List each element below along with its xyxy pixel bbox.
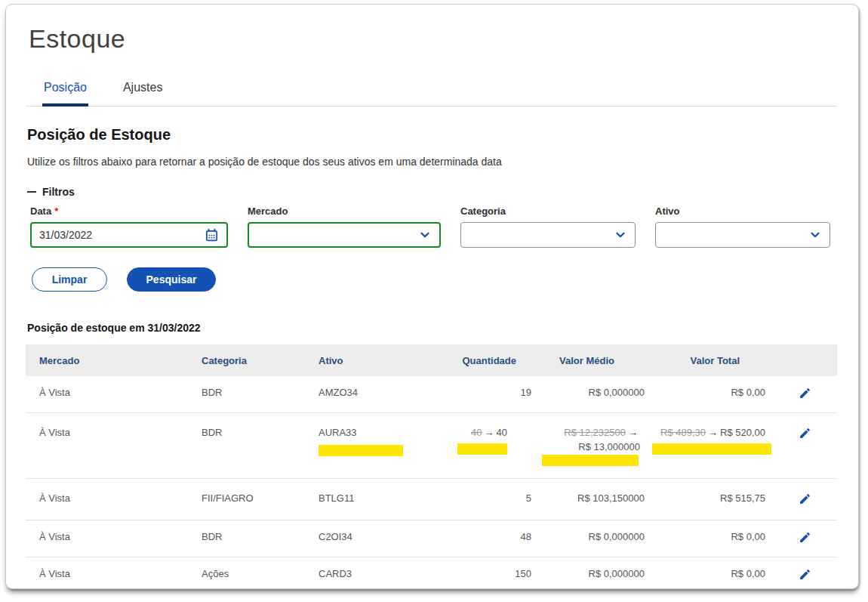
clear-button[interactable]: Limpar xyxy=(32,267,107,292)
highlight-bar xyxy=(652,443,771,455)
old-value: R$ 12,232500 xyxy=(564,427,626,438)
cell-valor-medio: R$ 0,000000 xyxy=(539,520,652,557)
cell-quantidade: 40→40 xyxy=(448,413,539,479)
tab-posicao-label: Posição xyxy=(44,81,87,94)
ativo-select[interactable] xyxy=(655,222,830,248)
col-header-mercado: Mercado xyxy=(26,344,188,376)
mercado-field-label: Mercado xyxy=(248,205,441,217)
cell-valor-medio: R$ 12,232500→ R$ 13,000000 xyxy=(539,413,652,479)
new-value: 40 xyxy=(497,427,507,438)
date-input-wrapper xyxy=(30,222,228,248)
ativo-field-label: Ativo xyxy=(655,205,830,217)
filter-actions: Limpar Pesquisar xyxy=(32,267,837,292)
filter-row: Data* Mercado Categoria Ativo xyxy=(30,205,837,248)
edit-pencil-icon[interactable] xyxy=(799,387,811,402)
cell-quantidade: 19 xyxy=(448,376,539,413)
cell-valor-medio: R$ 0,000000 xyxy=(539,376,652,413)
edit-pencil-icon[interactable] xyxy=(799,492,811,508)
section-title: Posição de Estoque xyxy=(27,126,837,144)
cell-mercado: À Vista xyxy=(26,520,188,557)
old-value: 40 xyxy=(471,427,482,438)
table-title: Posição de estoque em 31/03/2022 xyxy=(27,322,837,334)
edit-pencil-icon[interactable] xyxy=(799,568,811,583)
chevron-down-icon xyxy=(418,228,432,242)
table-header-row: Mercado Categoria Ativo Quantidade Valor… xyxy=(26,344,837,376)
cell-quantidade: 48 xyxy=(448,520,539,557)
cell-mercado: À Vista xyxy=(26,413,188,479)
table-row: À Vista BDR C2OI34 48 R$ 0,000000 R$ 0,0… xyxy=(26,520,837,557)
search-button[interactable]: Pesquisar xyxy=(127,267,216,292)
col-header-valor-total: Valor Total xyxy=(652,344,773,376)
cell-valor-medio: R$ 0,000000 xyxy=(539,557,652,590)
col-header-valor-medio: Valor Médio xyxy=(539,344,652,376)
cell-valor-total: R$ 0,00 xyxy=(652,520,773,557)
tab-bar: Posição Ajustes xyxy=(26,76,837,107)
new-value: R$ 520,00 xyxy=(720,427,765,438)
new-value: R$ 13,000000 xyxy=(539,441,640,452)
col-header-categoria: Categoria xyxy=(188,344,305,376)
edit-pencil-icon[interactable] xyxy=(799,427,811,442)
highlight-bar xyxy=(542,455,639,466)
cell-mercado: À Vista xyxy=(26,557,188,590)
change-arrow: → xyxy=(626,427,640,438)
tab-ajustes[interactable]: Ajustes xyxy=(122,76,164,106)
cell-quantidade: 5 xyxy=(448,479,539,520)
cell-valor-total: R$ 489,30→R$ 520,00 xyxy=(652,413,773,479)
categoria-select[interactable] xyxy=(460,222,636,248)
change-arrow: → xyxy=(482,427,497,438)
cell-ativo: BTLG11 xyxy=(305,479,448,520)
cell-ativo: AURA33 xyxy=(305,413,448,479)
categoria-field-group: Categoria xyxy=(460,205,636,248)
collapse-minus-icon xyxy=(27,191,36,193)
cell-categoria: Ações xyxy=(188,557,305,590)
cell-categoria: BDR xyxy=(188,413,305,479)
required-asterisk: * xyxy=(54,205,58,217)
edit-pencil-icon[interactable] xyxy=(799,531,811,546)
highlight-bar xyxy=(319,445,403,456)
ativo-field-group: Ativo xyxy=(655,205,830,248)
filters-collapse-toggle[interactable]: Filtros xyxy=(27,186,837,198)
tab-ajustes-label: Ajustes xyxy=(123,81,162,94)
cell-categoria: BDR xyxy=(188,376,305,413)
change-arrow: → xyxy=(706,427,720,438)
cell-valor-medio: R$ 103,150000 xyxy=(539,479,652,520)
cell-mercado: À Vista xyxy=(26,479,188,520)
cell-valor-total: R$ 515,75 xyxy=(652,479,773,520)
section-description: Utilize os filtros abaixo para retornar … xyxy=(27,156,837,168)
mercado-select[interactable] xyxy=(248,222,441,248)
table-row: À Vista FII/FIAGRO BTLG11 5 R$ 103,15000… xyxy=(26,479,837,520)
cell-ativo: C2OI34 xyxy=(305,520,448,557)
col-header-ativo: Ativo xyxy=(305,344,448,376)
calendar-icon[interactable] xyxy=(205,228,219,242)
stock-position-table: Mercado Categoria Ativo Quantidade Valor… xyxy=(26,344,837,589)
tab-posicao[interactable]: Posição xyxy=(42,76,88,107)
highlight-bar xyxy=(457,443,507,455)
date-field-label: Data* xyxy=(30,205,228,217)
cell-valor-total: R$ 0,00 xyxy=(652,557,773,590)
mercado-field-group: Mercado xyxy=(248,205,441,248)
table-row: À Vista BDR AMZO34 19 R$ 0,000000 R$ 0,0… xyxy=(26,376,837,413)
chevron-down-icon xyxy=(614,228,627,242)
cell-quantidade: 150 xyxy=(448,557,539,590)
col-header-quantidade: Quantidade xyxy=(448,344,539,376)
cell-mercado: À Vista xyxy=(26,376,188,413)
cell-valor-total: R$ 0,00 xyxy=(652,376,773,413)
categoria-field-label: Categoria xyxy=(460,205,636,217)
chevron-down-icon xyxy=(808,228,822,242)
cell-ativo: AMZO34 xyxy=(305,376,448,413)
filters-toggle-label: Filtros xyxy=(42,186,75,198)
old-value: R$ 489,30 xyxy=(660,427,706,438)
page-title: Estoque xyxy=(29,24,837,54)
app-window: Estoque Posição Ajustes Posição de Estoq… xyxy=(5,4,859,589)
table-row-highlighted: À Vista BDR AURA33 40→40 R$ 12,232500→ R… xyxy=(26,413,837,479)
cell-ativo: CARD3 xyxy=(305,557,448,590)
cell-categoria: FII/FIAGRO xyxy=(188,479,305,520)
date-field-group: Data* xyxy=(30,205,228,248)
date-input[interactable] xyxy=(39,229,205,241)
table-row: À Vista Ações CARD3 150 R$ 0,000000 R$ 0… xyxy=(26,557,837,590)
col-header-actions xyxy=(773,344,837,376)
cell-categoria: BDR xyxy=(188,520,305,557)
